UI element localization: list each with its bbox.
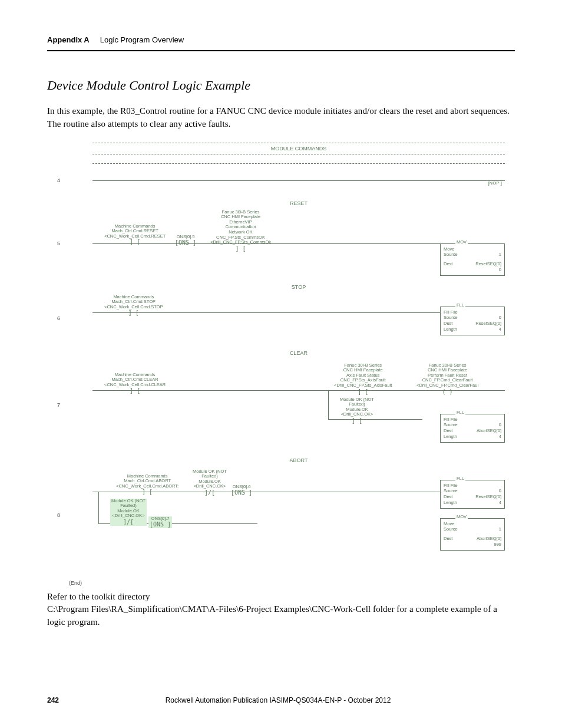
contact-clear-cmd: Machine Commands Mach_Ctrl.Cmd.CLEAR <CN… (104, 373, 166, 395)
rung-number: 4 (57, 177, 60, 183)
module-commands-header: MODULE COMMANDS (92, 143, 505, 154)
publication-id: Rockwell Automation Publication IASIMP-Q… (166, 696, 391, 704)
rung-number: 5 (57, 241, 60, 246)
rung-number: 7 (57, 402, 60, 408)
nop-instruction: [NOP ] (488, 180, 502, 186)
intro-paragraph: In this example, the R03_Control routine… (47, 105, 515, 131)
page-footer: 242 Rockwell Automation Publication IASI… (47, 696, 515, 704)
contact-ons-3: ONS[0].7 [ONS ] (148, 516, 172, 528)
rung-label-clear: CLEAR (92, 342, 505, 356)
page-header: Appendix A Logic Program Overview (47, 35, 515, 51)
contact-ons: ONS[0].5 [ONS ] (175, 235, 196, 246)
fll-box: FLL Fill File Source0 DestResetSEQ[0] Le… (440, 307, 505, 335)
rung-number: 8 (57, 512, 60, 518)
mov-box-abort: MOV Move Source1 DestAbortSEQ[0] 999 (440, 518, 505, 551)
fll-box-abort: FLL Fill File Source0 DestResetSEQ[0] Le… (440, 480, 505, 509)
contact-commsok: Fanuc 30i-B Series CNC HMI Faceplate Eth… (210, 210, 271, 252)
contact-clearfault-out: Fanuc 30i-B Series CNC HMI Faceplate Per… (416, 363, 478, 396)
section-title: Device Module Control Logic Example (47, 78, 515, 93)
fll-box-clear: FLL Fill File Source0 DestAbortSEQ[0] Le… (440, 414, 505, 443)
end-label: (End) (69, 580, 505, 586)
rung-label-reset: RESET (92, 192, 505, 206)
rung-label-stop: STOP (92, 276, 505, 290)
contact-reset-cmd: Machine Commands Mach_Ctrl.Cmd.RESET <CN… (104, 224, 166, 246)
contact-stop-cmd: Machine Commands Mach_Ctrl.Cmd.STOP <CNC… (104, 295, 163, 317)
contact-module-ok-3: Module OK (NOT Faulted) Module.OK <Drill… (110, 499, 147, 526)
rung-label-abort: ABORT (92, 449, 505, 463)
header-title: Logic Program Overview (100, 35, 184, 44)
rung-number: 6 (57, 315, 60, 321)
mov-box: MOV Move Source1 DestResetSEQ[0] 0 (440, 243, 505, 276)
contact-module-ok: Module OK (NOT Faulted) Module.OK <Drill… (340, 397, 374, 424)
page-number: 242 (47, 696, 59, 704)
appendix-label: Appendix A (47, 35, 90, 44)
ladder-diagram: MODULE COMMANDS 4 [NOP ] RESET 5 Machine… (57, 143, 505, 579)
outro-paragraph: Refer to the toolkit directory C:\Progra… (47, 591, 515, 629)
